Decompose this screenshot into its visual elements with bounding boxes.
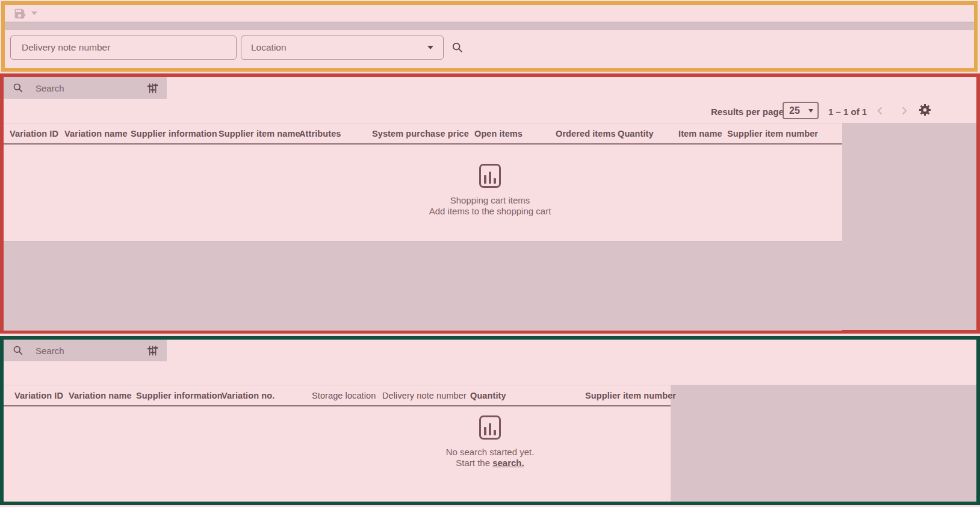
cart-search-input[interactable]: [34, 82, 147, 94]
delivery-note-number-input[interactable]: [20, 42, 226, 54]
save-button[interactable]: [13, 5, 48, 21]
column-header-variation-name: Variation name: [69, 391, 132, 400]
column-header-supplier-item-name: Supplier item name: [219, 129, 300, 138]
bar-chart-icon: [479, 164, 501, 188]
column-header-item-name: Item name: [678, 129, 722, 138]
highlight-frame-filter-bar: Location: [1, 1, 978, 72]
column-header-delivery-note-number: Delivery note number: [382, 391, 467, 400]
search-icon: [451, 41, 464, 54]
previous-page-button[interactable]: [873, 104, 887, 118]
highlight-frame-search-panel: Variation IDVariation nameSupplier infor…: [0, 336, 980, 505]
column-header-supplier-item-number: Supplier item number: [727, 129, 818, 138]
column-header-open-items: Open items: [474, 129, 523, 138]
tune-filter-icon[interactable]: [147, 82, 158, 94]
column-header-ordered-items: Ordered items: [556, 129, 616, 138]
gear-icon: [918, 103, 932, 117]
search-icon: [12, 344, 24, 356]
column-header-variation-no-: Variation no.: [222, 391, 274, 400]
cart-empty-state: Shopping cart items Add items to the sho…: [364, 164, 616, 217]
item-search-input[interactable]: [34, 345, 147, 356]
chevron-left-icon: [873, 104, 887, 117]
toolbar-divider: [5, 22, 974, 30]
caret-down-icon: [808, 109, 813, 113]
item-search-bar[interactable]: [4, 340, 167, 361]
delivery-note-number-field[interactable]: [10, 36, 237, 60]
location-select[interactable]: Location: [241, 36, 444, 60]
column-header-variation-id: Variation ID: [14, 391, 63, 400]
search-empty-state: No search started yet. Start the search.: [364, 415, 616, 468]
column-header-variation-id: Variation ID: [10, 129, 58, 138]
save-edit-icon: [13, 7, 26, 20]
cart-table-header-row: Variation IDVariation nameSupplier infor…: [4, 123, 842, 145]
column-header-supplier-item-number: Supplier item number: [585, 391, 676, 400]
table-right-gutter: [842, 123, 976, 330]
column-header-system-purchase-price: System purchase price: [372, 129, 469, 138]
location-select-label: Location: [251, 42, 287, 53]
highlight-frame-cart-panel: Results per page 25 1 – 1 of 1: [0, 73, 980, 334]
column-header-quantity: Quantity: [618, 129, 654, 138]
column-header-variation-name: Variation name: [64, 129, 128, 138]
tune-filter-icon[interactable]: [147, 345, 158, 356]
results-per-page-label: Results per page: [711, 107, 784, 117]
cart-empty-subtitle: Add items to the shopping cart: [364, 206, 616, 217]
cart-search-bar[interactable]: [4, 77, 167, 99]
search-empty-line2-prefix: Start the: [456, 458, 492, 468]
results-per-page-select[interactable]: 25: [783, 102, 819, 119]
column-header-supplier-information: Supplier information: [131, 129, 217, 138]
search-icon: [12, 82, 24, 94]
next-page-button[interactable]: [897, 104, 911, 118]
caret-down-icon: [427, 46, 433, 49]
column-header-quantity: Quantity: [470, 391, 506, 400]
column-header-storage-location: Storage location: [312, 391, 376, 400]
search-empty-line1: No search started yet.: [364, 447, 616, 458]
table-settings-button[interactable]: [917, 102, 932, 117]
table-right-gutter: [671, 385, 976, 502]
bar-chart-icon: [479, 415, 501, 440]
start-search-link[interactable]: search.: [492, 458, 524, 468]
column-header-attributes: Attributes: [299, 129, 341, 138]
search-empty-line2: Start the search.: [364, 458, 616, 468]
search-table-header-row: Variation IDVariation nameSupplier infor…: [4, 385, 671, 406]
pagination-range-label: 1 – 1 of 1: [828, 107, 867, 117]
cart-empty-title: Shopping cart items: [364, 195, 616, 206]
chevron-right-icon: [898, 104, 911, 117]
table-bottom-gutter: [4, 241, 842, 331]
search-submit-button[interactable]: [449, 39, 466, 56]
column-header-supplier-information: Supplier information: [136, 391, 223, 400]
results-per-page-value: 25: [789, 105, 800, 116]
caret-down-icon: [31, 11, 37, 15]
